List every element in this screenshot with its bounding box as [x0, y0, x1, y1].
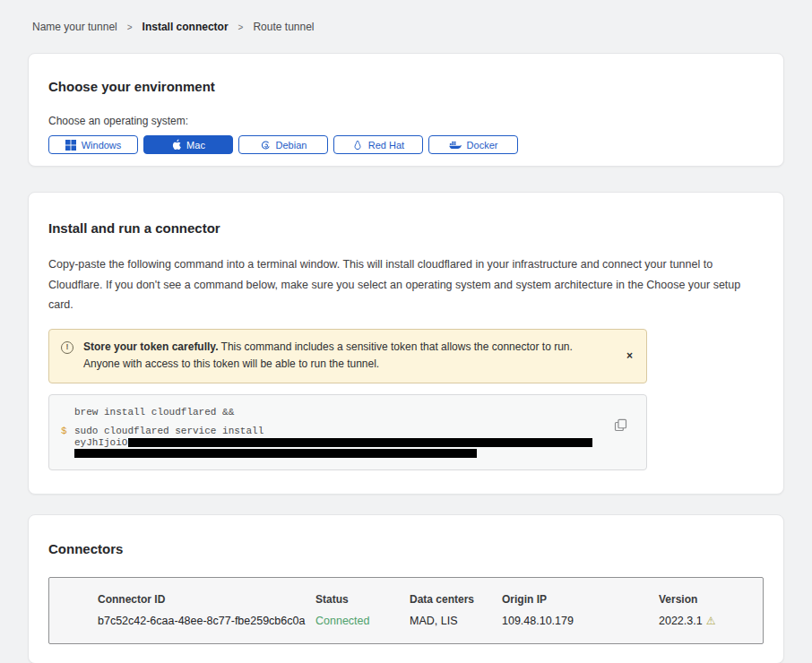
os-button-docker[interactable]: Docker	[428, 135, 518, 154]
code-line-1: brew install cloudflared &&	[74, 406, 234, 418]
breadcrumb-install-connector[interactable]: Install connector	[143, 21, 229, 33]
os-button-label: Docker	[467, 140, 498, 151]
connectors-card-title: Connectors	[48, 541, 764, 556]
status-badge: Connected	[315, 615, 410, 627]
version-value: 2022.3.1⚠	[659, 615, 763, 627]
table-row: b7c52c42-6caa-48ee-8c77-fbe259cb6c0a Con…	[49, 606, 763, 627]
token-redaction-bar	[74, 449, 477, 458]
column-header-origin-ip: Origin IP	[502, 593, 659, 606]
choose-environment-card: Choose your environment Choose an operat…	[28, 53, 784, 167]
connectors-table-header: Connector ID Status Data centers Origin …	[49, 593, 763, 606]
debian-icon	[260, 140, 271, 151]
column-header-connector-id: Connector ID	[98, 593, 315, 606]
connector-id-value: b7c52c42-6caa-48ee-8c77-fbe259cb6c0a	[98, 615, 315, 627]
column-header-data-centers: Data centers	[410, 593, 502, 606]
apple-icon	[171, 139, 181, 151]
windows-icon	[65, 140, 76, 151]
breadcrumb: Name your tunnel > Install connector > R…	[0, 0, 812, 33]
connectors-card: Connectors Connector ID Status Data cent…	[28, 514, 784, 663]
os-button-mac[interactable]: Mac	[143, 135, 233, 154]
breadcrumb-name-your-tunnel[interactable]: Name your tunnel	[32, 21, 117, 33]
os-button-redhat[interactable]: Red Hat	[333, 135, 423, 154]
data-centers-value: MAD, LIS	[410, 615, 502, 627]
os-button-label: Mac	[186, 140, 205, 151]
breadcrumb-separator: >	[127, 22, 133, 32]
origin-ip-value: 109.48.10.179	[502, 615, 659, 627]
os-select-label: Choose an operating system:	[48, 115, 764, 127]
os-button-label: Red Hat	[368, 140, 404, 151]
breadcrumb-separator: >	[238, 22, 244, 32]
redhat-icon	[352, 140, 363, 151]
install-description: Copy-paste the following command into a …	[48, 254, 762, 315]
copy-icon[interactable]	[613, 418, 627, 433]
os-button-debian[interactable]: Debian	[238, 135, 328, 154]
install-command-codeblock: brew install cloudflared && $ sudo cloud…	[48, 394, 647, 470]
docker-icon	[449, 140, 462, 150]
code-line-2: sudo cloudflared service install	[74, 425, 263, 437]
os-button-label: Windows	[82, 140, 122, 151]
install-card-title: Install and run a connector	[48, 220, 764, 236]
shell-prompt: $	[61, 425, 74, 437]
install-connector-card: Install and run a connector Copy-paste t…	[28, 192, 784, 495]
os-button-windows[interactable]: Windows	[48, 135, 138, 154]
column-header-version: Version	[659, 593, 763, 606]
alert-circle-icon: !	[61, 341, 73, 354]
token-redaction-bar	[128, 438, 592, 447]
column-header-status: Status	[315, 593, 410, 606]
close-icon[interactable]: ×	[625, 349, 635, 363]
os-button-group: Windows Mac Debian Red Hat Docker	[48, 135, 764, 154]
token-prefix: eyJhIjoiO	[74, 437, 127, 448]
environment-card-title: Choose your environment	[48, 79, 764, 94]
connectors-table: Connector ID Status Data centers Origin …	[48, 577, 764, 644]
code-gutter	[61, 406, 74, 418]
os-button-label: Debian	[276, 140, 307, 151]
warning-bold-text: Store your token carefully.	[83, 340, 219, 353]
token-warning-banner: ! Store your token carefully. This comma…	[48, 329, 647, 384]
warning-triangle-icon: ⚠	[706, 615, 716, 627]
breadcrumb-route-tunnel[interactable]: Route tunnel	[253, 21, 314, 33]
